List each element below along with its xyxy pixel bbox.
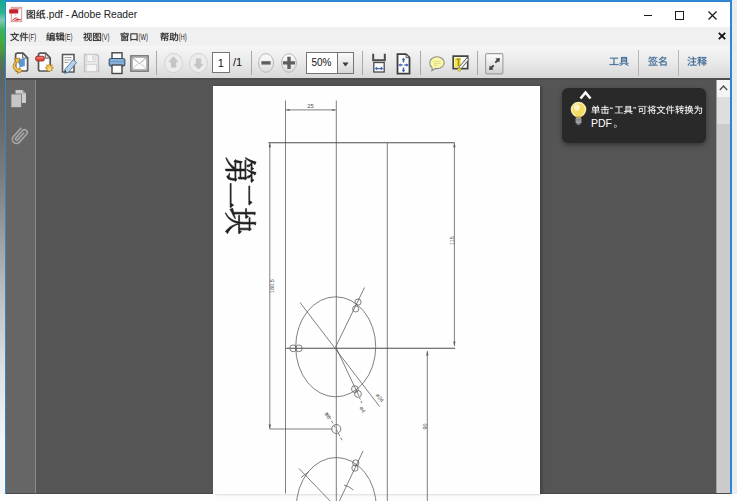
svg-text:”: ” [633,105,636,115]
svg-text:(V): (V) [102,31,110,42]
svg-text:.pdf - Adobe Reader: .pdf - Adobe Reader [46,9,138,20]
svg-text:ø4: ø4 [359,405,367,413]
svg-text:(E): (E) [64,31,72,42]
svg-text:(W): (W) [138,31,148,42]
svg-text:ø24: ø24 [375,391,385,402]
svg-text:(F): (F) [28,31,36,42]
svg-text:ø6: ø6 [324,411,332,420]
svg-text:160.5: 160.5 [269,279,275,293]
svg-text:PDF: PDF [591,117,612,129]
svg-text:“: “ [610,105,613,115]
svg-text:(H): (H) [178,31,186,42]
svg-text:90: 90 [422,423,428,429]
svg-text:115: 115 [449,236,455,245]
svg-text:25: 25 [307,103,314,109]
